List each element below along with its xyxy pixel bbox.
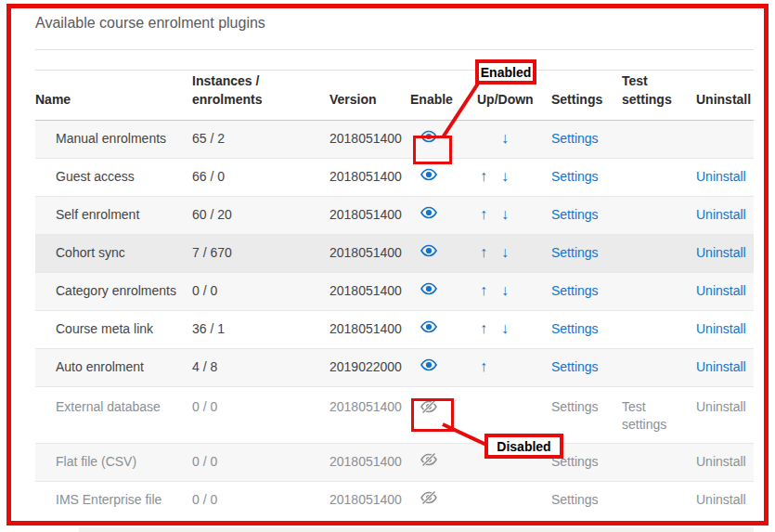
- uninstall-cell: Uninstall: [696, 158, 754, 196]
- settings-cell: Settings: [551, 386, 622, 443]
- col-header-instances: Instances / enrolments: [192, 71, 329, 120]
- settings-link[interactable]: Settings: [551, 131, 599, 146]
- instances-enrolments-cell: 0 / 0: [192, 443, 329, 481]
- test-settings-cell: Test settings: [622, 386, 696, 443]
- plugin-name: Manual enrolments: [56, 131, 166, 146]
- table-row: Guest access66 / 02018051400↑↓SettingsUn…: [35, 158, 754, 196]
- uninstall-cell: Uninstall: [696, 310, 754, 348]
- enable-cell: [410, 386, 477, 443]
- up-arrow-icon[interactable]: ↑: [480, 166, 501, 187]
- test-settings-cell: [622, 481, 696, 519]
- settings-link[interactable]: Settings: [551, 207, 599, 222]
- plugin-name-cell: IMS Enterprise file: [35, 481, 192, 519]
- settings-link[interactable]: Settings: [551, 245, 599, 260]
- up-arrow-icon[interactable]: ↑: [480, 318, 501, 339]
- eye-icon[interactable]: [420, 320, 438, 333]
- down-arrow-icon[interactable]: ↓: [501, 318, 523, 339]
- uninstall-cell: Uninstall: [696, 196, 754, 234]
- plugin-name-cell: Manual enrolments: [35, 120, 192, 158]
- plugin-name-cell: Auto enrolment: [35, 348, 192, 386]
- down-arrow-icon[interactable]: ↓: [501, 280, 523, 301]
- uninstall-link[interactable]: Uninstall: [696, 359, 746, 374]
- enrol-plugins-table: Name Instances / enrolments Version Enab…: [35, 71, 754, 519]
- down-arrow-icon[interactable]: ↓: [501, 242, 523, 263]
- eye-icon[interactable]: [420, 358, 438, 371]
- eye-icon[interactable]: [420, 206, 438, 219]
- test-settings-cell: [622, 272, 696, 310]
- settings-link[interactable]: Settings: [551, 399, 599, 414]
- up-arrow-icon[interactable]: ↑: [480, 280, 501, 301]
- settings-link[interactable]: Settings: [551, 492, 599, 507]
- updown-cell: ↑↓: [477, 196, 551, 234]
- settings-link[interactable]: Settings: [551, 454, 599, 469]
- settings-link[interactable]: Settings: [551, 169, 599, 184]
- table-row: IMS Enterprise file0 / 02018051400Settin…: [35, 481, 754, 519]
- up-arrow-icon[interactable]: ↑: [480, 242, 501, 263]
- uninstall-link[interactable]: Uninstall: [696, 283, 746, 298]
- settings-cell: Settings: [551, 348, 622, 386]
- plugin-name: Flat file (CSV): [56, 454, 136, 469]
- eye-icon[interactable]: [420, 282, 438, 295]
- eye-icon[interactable]: [420, 168, 438, 181]
- test-settings-cell: [622, 120, 696, 158]
- uninstall-cell: Uninstall: [696, 234, 754, 272]
- table-row: External database0 / 02018051400Settings…: [35, 386, 754, 443]
- version-cell: 2018051400: [329, 234, 410, 272]
- updown-cell: ↑↓: [477, 272, 551, 310]
- uninstall-link[interactable]: Uninstall: [696, 321, 746, 336]
- table-row: Self enrolment60 / 202018051400↑↓Setting…: [35, 196, 754, 234]
- col-header-test-settings: Test settings: [622, 71, 696, 120]
- version-cell: 2018051400: [329, 481, 410, 519]
- uninstall-link[interactable]: Uninstall: [696, 245, 746, 260]
- uninstall-link[interactable]: Uninstall: [696, 169, 746, 184]
- up-arrow-icon[interactable]: ↑: [480, 204, 501, 225]
- down-arrow-icon[interactable]: ↓: [501, 166, 523, 187]
- up-arrow-icon[interactable]: ↑: [480, 357, 501, 377]
- uninstall-cell: [696, 120, 754, 158]
- eye-icon[interactable]: [420, 130, 438, 143]
- uninstall-link[interactable]: Uninstall: [696, 454, 746, 469]
- settings-link[interactable]: Settings: [551, 359, 599, 374]
- updown-cell: ↑↓: [477, 310, 551, 348]
- eye-slash-icon[interactable]: [420, 400, 438, 413]
- eye-slash-icon[interactable]: [420, 453, 438, 466]
- plugin-name-cell: Cohort sync: [35, 234, 192, 272]
- version-cell: 2018051400: [329, 120, 410, 158]
- updown-cell: [477, 481, 551, 519]
- plugin-name: IMS Enterprise file: [56, 492, 161, 507]
- table-header-row: Name Instances / enrolments Version Enab…: [35, 71, 754, 120]
- settings-link[interactable]: Settings: [551, 321, 599, 336]
- plugin-name-cell: Category enrolments: [35, 272, 192, 310]
- plugin-name-cell: Guest access: [35, 158, 192, 196]
- plugin-name: External database: [56, 399, 161, 414]
- settings-cell: Settings: [551, 158, 622, 196]
- down-arrow-icon[interactable]: ↓: [501, 128, 523, 149]
- updown-cell: ↑: [477, 348, 551, 386]
- test-settings-cell: [622, 158, 696, 196]
- version-cell: 2019022000: [329, 348, 410, 386]
- test-settings-link[interactable]: Test settings: [622, 399, 666, 433]
- eye-slash-icon[interactable]: [420, 491, 438, 504]
- uninstall-link[interactable]: Uninstall: [696, 207, 746, 222]
- instances-enrolments-cell: 7 / 670: [192, 234, 329, 272]
- uninstall-cell: Uninstall: [696, 481, 754, 519]
- uninstall-link[interactable]: Uninstall: [696, 492, 746, 507]
- uninstall-cell: Uninstall: [696, 348, 754, 386]
- test-settings-cell: [622, 196, 696, 234]
- settings-link[interactable]: Settings: [551, 283, 599, 298]
- down-arrow-icon[interactable]: ↓: [501, 204, 523, 225]
- settings-cell: Settings: [551, 234, 622, 272]
- cropped-row-sliver: [79, 527, 754, 532]
- eye-icon[interactable]: [420, 244, 438, 257]
- plugin-name: Cohort sync: [56, 245, 125, 260]
- settings-cell: Settings: [551, 120, 622, 158]
- uninstall-link[interactable]: Uninstall: [696, 399, 746, 414]
- table-row: Category enrolments0 / 02018051400↑↓Sett…: [35, 272, 754, 310]
- plugin-name-cell: Self enrolment: [35, 196, 192, 234]
- enable-cell: [410, 348, 477, 386]
- col-header-enable: Enable: [410, 71, 477, 120]
- version-cell: 2018051400: [329, 196, 410, 234]
- instances-enrolments-cell: 0 / 0: [192, 481, 329, 519]
- version-cell: 2018051400: [329, 158, 410, 196]
- plugin-name: Guest access: [56, 169, 135, 184]
